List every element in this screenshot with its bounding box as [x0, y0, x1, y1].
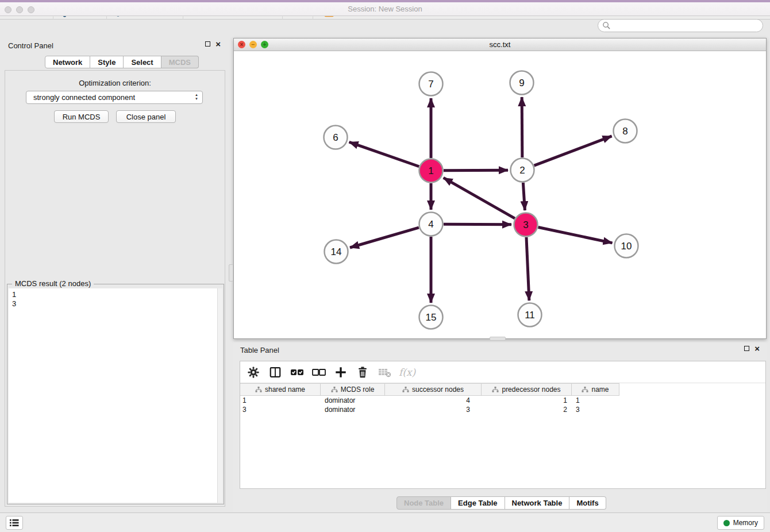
tab-style[interactable]: Style: [90, 56, 124, 68]
graph-node-label-15: 15: [426, 312, 437, 323]
mcds-result-group: MCDS result (2 nodes) 13: [7, 284, 224, 504]
column-header-name[interactable]: name: [572, 384, 619, 395]
column-header-shared-name[interactable]: shared name: [240, 384, 321, 395]
delete-table-icon: [377, 365, 392, 380]
table-panel-window-buttons: ×: [744, 346, 760, 351]
search-icon: [602, 21, 611, 30]
table-cell[interactable]: 3: [572, 405, 619, 414]
column-header-label: shared name: [265, 385, 305, 394]
table-cell[interactable]: dominator: [321, 405, 385, 414]
task-history-button[interactable]: [6, 516, 23, 530]
application-window: Session: New Session Control Panel: [0, 0, 770, 532]
titlebar: Session: New Session: [0, 2, 770, 16]
memory-button[interactable]: Memory: [717, 516, 764, 530]
network-window-titlebar[interactable]: × − + scc.txt: [234, 38, 766, 51]
memory-label: Memory: [733, 519, 758, 527]
graph-node-label-8: 8: [622, 126, 627, 137]
search-field[interactable]: [598, 19, 763, 32]
mcds-result-item[interactable]: 1: [12, 290, 222, 299]
control-panel-title: Control Panel: [8, 41, 53, 50]
table-panel-title: Table Panel: [240, 346, 279, 354]
table-row[interactable]: 3dominator323: [240, 405, 765, 414]
table-cell[interactable]: 1: [572, 396, 619, 405]
graph-edge-1-6[interactable]: [349, 142, 419, 166]
float-panel-icon[interactable]: [205, 41, 210, 47]
column-header-label: MCDS role: [341, 385, 375, 394]
tab-mcds[interactable]: MCDS: [161, 56, 199, 68]
network-graph-canvas[interactable]: 7968124314101511: [234, 51, 766, 338]
control-panel: Control Panel × NetworkStyleSelectMCDS O…: [0, 36, 230, 508]
graph-edge-3-11[interactable]: [526, 237, 529, 300]
search-input[interactable]: [611, 21, 763, 30]
control-panel-window-buttons: ×: [205, 41, 221, 47]
table-cell[interactable]: 3: [240, 405, 321, 414]
list-icon: [9, 518, 20, 527]
close-panel-icon[interactable]: ×: [215, 41, 221, 47]
result-scrollbar[interactable]: [217, 288, 222, 503]
graph-node-label-3: 3: [523, 219, 528, 230]
panel-divider-grip[interactable]: [490, 337, 506, 341]
close-panel-button[interactable]: Close panel: [116, 110, 176, 123]
tab-network[interactable]: Network: [45, 56, 90, 68]
graph-node-label-10: 10: [621, 241, 632, 252]
graph-edge-2-9[interactable]: [522, 97, 522, 157]
graph-node-label-1: 1: [428, 165, 433, 176]
table-row[interactable]: 1dominator411: [240, 396, 765, 405]
tab-network-table[interactable]: Network Table: [505, 496, 570, 510]
tab-edge-table[interactable]: Edge Table: [451, 496, 505, 510]
node-table-container: f(x) shared nameMCDS rolesuccessor nodes…: [240, 361, 766, 489]
graph-edge-3-1[interactable]: [444, 178, 515, 218]
graph-edge-1-2[interactable]: [444, 170, 508, 171]
float-panel-icon[interactable]: [744, 346, 749, 351]
mcds-result-title: MCDS result (2 nodes): [12, 279, 94, 288]
column-header-label: predecessor nodes: [502, 385, 560, 394]
graph-node-label-11: 11: [525, 310, 535, 321]
optimization-criterion-label: Optimization criterion:: [0, 79, 230, 87]
select-stepper-icon: ▲▼: [195, 93, 198, 101]
graph-node-label-6: 6: [333, 132, 338, 143]
tab-motifs[interactable]: Motifs: [569, 496, 606, 510]
table-cell[interactable]: 1: [240, 396, 321, 405]
table-cell[interactable]: 2: [482, 405, 572, 414]
status-bar: Memory: [0, 512, 770, 532]
add-column-icon[interactable]: [333, 365, 348, 380]
column-header-MCDS-role[interactable]: MCDS role: [321, 384, 385, 395]
delete-icon[interactable]: [355, 365, 370, 380]
table-cell[interactable]: 1: [482, 396, 572, 405]
graph-edge-2-3[interactable]: [523, 183, 525, 210]
mcds-result-list[interactable]: 13: [9, 288, 222, 503]
graph-node-label-7: 7: [428, 79, 433, 90]
table-cell[interactable]: 3: [385, 405, 482, 414]
table-panel: Table Panel × f(x) shared nameMCDS roles…: [233, 342, 767, 511]
split-column-icon[interactable]: [268, 365, 283, 380]
gear-icon[interactable]: [246, 365, 261, 380]
table-cell[interactable]: dominator: [321, 396, 385, 405]
graph-edge-3-10[interactable]: [538, 228, 613, 243]
column-type-icon: [582, 387, 588, 392]
graph-node-label-2: 2: [519, 165, 525, 176]
table-body: 1dominator4113dominator323: [240, 396, 765, 414]
graph-edge-4-3[interactable]: [444, 224, 511, 225]
optimization-criterion-value: strongly connected component: [33, 93, 135, 102]
tab-node-table[interactable]: Node Table: [396, 496, 451, 510]
panel-divider-grip[interactable]: [229, 264, 233, 282]
column-header-successor-nodes[interactable]: successor nodes: [385, 384, 482, 395]
run-mcds-button[interactable]: Run MCDS: [54, 110, 109, 123]
column-type-icon: [255, 387, 262, 392]
tab-select[interactable]: Select: [124, 56, 161, 68]
table-toolbar: f(x): [240, 361, 765, 383]
network-window-title: scc.txt: [234, 40, 766, 49]
column-header-predecessor-nodes[interactable]: predecessor nodes: [482, 384, 572, 395]
optimization-criterion-select[interactable]: strongly connected component ▲▼: [26, 91, 203, 104]
deselect-all-icon[interactable]: [311, 365, 326, 380]
app-title: Session: New Session: [0, 5, 770, 13]
graph-edge-4-14[interactable]: [350, 228, 419, 248]
select-all-icon[interactable]: [290, 365, 305, 380]
table-cell[interactable]: 4: [385, 396, 482, 405]
memory-status-icon: [723, 520, 730, 526]
mcds-result-item[interactable]: 3: [12, 299, 222, 309]
table-header-row: shared nameMCDS rolesuccessor nodesprede…: [240, 383, 619, 396]
close-panel-icon[interactable]: ×: [754, 346, 760, 351]
graph-edge-2-8[interactable]: [534, 136, 612, 165]
function-builder-icon: f(x): [399, 365, 415, 380]
